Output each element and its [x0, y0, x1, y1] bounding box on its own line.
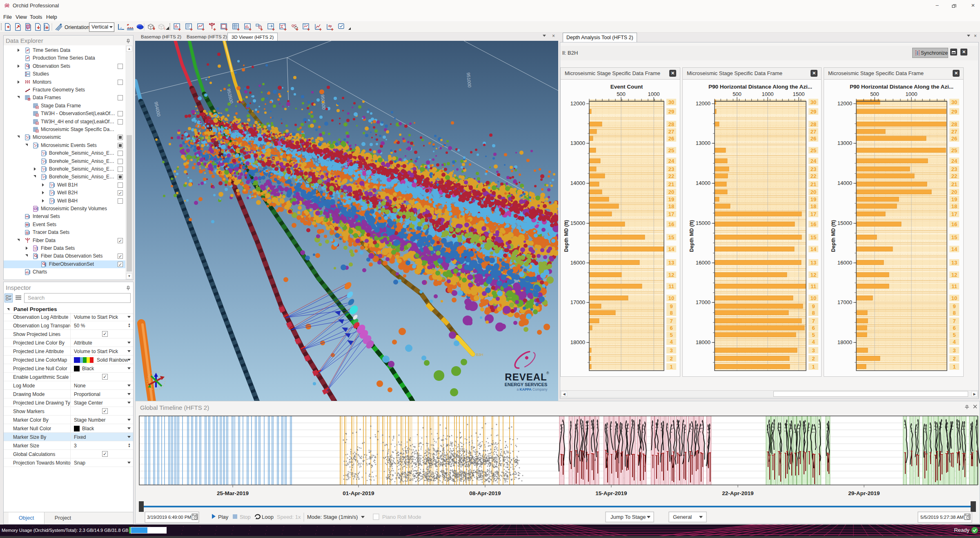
svg-text:B3H: B3H [476, 353, 483, 357]
svg-text:6: 6 [812, 325, 815, 331]
svg-text:5: 5 [670, 332, 673, 338]
svg-text:18000: 18000 [570, 339, 585, 345]
svg-text:Depth MD (ft): Depth MD (ft) [564, 220, 569, 252]
svg-text:14000: 14000 [837, 180, 852, 186]
svg-text:1000: 1000 [648, 91, 660, 97]
svg-text:28: 28 [668, 121, 674, 127]
svg-text:30: 30 [951, 99, 957, 105]
svg-text:5: 5 [953, 332, 956, 338]
svg-text:9: 9 [670, 303, 673, 309]
svg-text:15: 15 [811, 234, 816, 240]
svg-text:26: 26 [668, 136, 674, 142]
svg-text:14: 14 [951, 246, 958, 252]
svg-text:General: General [673, 514, 692, 520]
svg-text:15: 15 [668, 234, 674, 240]
svg-text:21: 21 [668, 181, 674, 187]
svg-text:8: 8 [670, 310, 673, 316]
svg-text:18000: 18000 [696, 339, 710, 345]
svg-text:dp: dp [328, 24, 332, 28]
svg-text:4: 4 [953, 339, 956, 345]
svg-text:Stop: Stop [240, 514, 251, 520]
svg-text:22: 22 [951, 173, 957, 179]
svg-text:3: 3 [953, 347, 956, 353]
svg-text:10: 10 [668, 295, 674, 301]
svg-text:a KAPPA Company: a KAPPA Company [517, 387, 548, 391]
svg-text:9: 9 [812, 303, 815, 309]
svg-text:20: 20 [668, 189, 674, 195]
svg-text:15000: 15000 [696, 220, 710, 226]
svg-text:17000: 17000 [696, 299, 710, 305]
svg-text:17000: 17000 [570, 299, 585, 305]
svg-text:8: 8 [812, 310, 815, 316]
svg-text:11: 11 [668, 283, 674, 289]
svg-text:10: 10 [951, 295, 957, 301]
svg-text:5/5/2019 5:27:38 AM: 5/5/2019 5:27:38 AM [920, 515, 964, 520]
svg-text:3/19/2019 6:49:00 PM: 3/19/2019 6:49:00 PM [147, 515, 191, 520]
svg-text:7: 7 [953, 318, 956, 324]
svg-text:23: 23 [668, 166, 674, 172]
svg-text:2: 2 [953, 356, 956, 362]
svg-text:Global Timeline (HFTS 2): Global Timeline (HFTS 2) [140, 404, 209, 411]
svg-text:25: 25 [668, 147, 674, 153]
svg-text:13: 13 [668, 260, 674, 266]
svg-text:16: 16 [951, 221, 957, 227]
svg-text:18: 18 [951, 203, 957, 209]
svg-text:QC: QC [292, 24, 296, 27]
svg-text:22: 22 [668, 173, 674, 179]
svg-text:12: 12 [811, 272, 816, 278]
svg-text:28: 28 [951, 121, 957, 127]
svg-text:18: 18 [811, 203, 816, 209]
svg-text:24: 24 [668, 158, 675, 164]
svg-text:18: 18 [668, 203, 674, 209]
svg-text:12000: 12000 [570, 100, 585, 107]
svg-text:16000: 16000 [570, 260, 585, 266]
svg-text:21: 21 [811, 181, 816, 187]
svg-text:®: ® [546, 371, 549, 375]
svg-text:Ready: Ready [954, 527, 969, 533]
svg-text:17000: 17000 [837, 299, 852, 305]
svg-text:2: 2 [812, 356, 815, 362]
svg-text:Mode: Stage (1min/s): Mode: Stage (1min/s) [307, 514, 358, 520]
svg-text:15-Apr-2019: 15-Apr-2019 [595, 490, 627, 496]
svg-text:Piano Roll Mode: Piano Roll Mode [382, 514, 421, 520]
svg-text:500: 500 [870, 91, 879, 97]
svg-text:13000: 13000 [837, 140, 852, 146]
svg-text:14000: 14000 [570, 180, 585, 186]
svg-text:4: 4 [812, 339, 815, 345]
svg-text:6: 6 [953, 325, 956, 331]
svg-text:15000: 15000 [570, 220, 585, 226]
svg-text:1000: 1000 [906, 91, 918, 97]
svg-text:7: 7 [812, 318, 815, 324]
svg-text:3: 3 [670, 347, 673, 353]
svg-text:19: 19 [668, 196, 674, 202]
svg-text:9: 9 [953, 303, 956, 309]
svg-text:11: 11 [811, 283, 816, 289]
svg-text:19: 19 [811, 196, 816, 202]
svg-text:13: 13 [951, 260, 957, 266]
svg-text:12: 12 [951, 272, 957, 278]
svg-text:25: 25 [951, 147, 957, 153]
svg-text:27: 27 [951, 129, 957, 135]
svg-text:16: 16 [811, 221, 816, 227]
svg-text:24: 24 [951, 158, 958, 164]
svg-text:27: 27 [811, 129, 816, 135]
svg-text:5: 5 [812, 332, 815, 338]
svg-text:20: 20 [811, 189, 816, 195]
svg-text:28: 28 [811, 121, 816, 127]
svg-text:13000: 13000 [696, 140, 710, 146]
svg-text:20: 20 [951, 189, 957, 195]
svg-text:REVEAL: REVEAL [505, 371, 547, 382]
svg-text:6: 6 [670, 325, 673, 331]
svg-text:12000: 12000 [837, 100, 852, 107]
svg-text:16: 16 [668, 221, 674, 227]
svg-text:2: 2 [670, 356, 673, 362]
svg-text:17: 17 [811, 211, 816, 217]
svg-text:15000: 15000 [837, 220, 852, 226]
svg-text:1500: 1500 [793, 91, 805, 97]
svg-text:16000: 16000 [837, 260, 852, 266]
svg-text:30: 30 [668, 99, 674, 105]
svg-text:27: 27 [668, 129, 674, 135]
svg-text:Jump To Stage: Jump To Stage [610, 514, 646, 520]
svg-text:12: 12 [668, 272, 674, 278]
svg-text:14: 14 [811, 246, 817, 252]
